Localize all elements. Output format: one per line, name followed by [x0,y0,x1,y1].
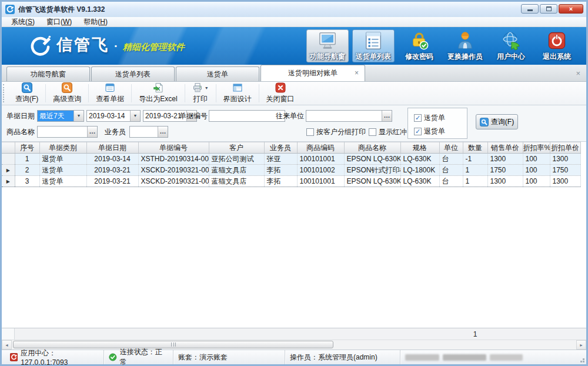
banner-button-globe[interactable]: 用户中心 [490,29,532,62]
tab-4[interactable]: 送货明细对账单× [260,65,365,81]
banner-button-list[interactable]: 送货单列表 [352,29,395,62]
toolbar-button-excel[interactable]: X导出为Excel [132,82,184,105]
cell: 送货单 [39,176,86,187]
toolbar-button-search-orange[interactable]: 高级查询 [46,82,88,105]
checkbox-box[interactable]: ✓ [414,114,422,122]
tab-2[interactable]: 送货单列表 [91,66,175,81]
operator-text: 操作员：系统管理员(admin) [290,352,377,362]
toolbar-button-label: 关闭窗口 [266,94,295,104]
column-header[interactable]: 商品编码 [297,142,344,154]
partner-lookup-button[interactable]: … [382,111,392,121]
scroll-left-button[interactable]: ◄ [2,340,12,350]
bill-no-input[interactable] [209,111,285,121]
product-input[interactable] [38,127,87,137]
chevron-down-icon[interactable]: ▼ [205,86,209,90]
column-header[interactable]: 单位 [439,142,463,154]
group-by-customer-checkbox[interactable]: 按客户分组打印 [306,127,366,137]
close-button[interactable]: × [559,4,583,14]
banner-button-monitor[interactable]: 功能导航窗 [306,29,349,62]
column-header[interactable]: 商品名称 [344,142,400,154]
search-blue-icon [22,82,32,93]
tabstrip-close-icon[interactable]: × [576,69,580,78]
toolbar-button-close-red[interactable]: 关闭窗口 [259,82,302,105]
maximize-button[interactable] [540,4,557,14]
banner-button-operator[interactable]: 更换操作员 [444,29,486,62]
query-button[interactable]: 查询(F) [476,114,518,129]
summary-qty-total: 1 [463,328,487,340]
menu-item-W[interactable]: 窗口(W) [42,17,76,27]
row-selector[interactable]: ▶ [2,176,15,187]
toolbar-button-search-blue[interactable]: 查询(F) [8,82,45,105]
table-row[interactable]: ▶2送货单2019-03-21XSCKD-20190321-0002蓝猫文具店李… [2,165,580,176]
table-row[interactable]: 1退货单2019-03-14XSTHD-20190314-0001亚拓公司测试张… [2,154,580,165]
column-header[interactable]: 单据编号 [138,142,209,154]
row-selector[interactable] [2,154,15,165]
banner-button-label: 更换操作员 [447,52,483,62]
cell: LQ-1800K [400,165,439,176]
date-preset-select[interactable]: 最近7天▼ [37,110,84,122]
delivery-bill-checkbox[interactable]: ✓ 送货单 [414,113,445,122]
checkbox-box[interactable] [369,128,376,136]
tab-label: 送货单 [207,69,228,79]
cell: 3 [15,176,39,187]
menu-item-H[interactable]: 帮助(H) [79,17,112,27]
tab-close-icon[interactable]: × [355,69,359,77]
column-header[interactable]: 规格 [400,142,439,154]
scrollbar-thumb[interactable] [13,341,333,348]
partner-input[interactable] [306,111,382,121]
checkbox-box[interactable] [306,128,314,136]
product-lookup-button[interactable]: … [87,127,97,137]
cell: 100 [523,154,550,165]
checkbox-box[interactable]: ✓ [414,128,422,135]
column-header[interactable]: 折扣率% [523,142,550,154]
toolbar: 查询(F)高级查询查看单据X导出为Excel▼打印界面设计关闭窗口 [2,82,586,105]
toolbar-button-design[interactable]: 界面设计 [216,82,259,105]
cell: EPSON针式打印机 [344,165,400,176]
toolbar-button-view-doc[interactable]: 查看单据 [89,82,131,105]
scroll-right-button[interactable]: ► [576,340,586,350]
salesman-input[interactable] [130,127,158,137]
minimize-button[interactable] [521,4,539,14]
grid-area: 序号单据类别单据日期单据编号客户业务员商品编码商品名称规格单位数量销售单价折扣率… [2,142,586,350]
cell: 亚拓公司测试 [209,154,264,165]
column-header[interactable]: 数量 [463,142,487,154]
redacted-info [400,354,523,361]
banner-button-lock[interactable]: 修改密码 [398,29,440,62]
column-header[interactable]: 客户 [209,142,264,154]
column-header[interactable]: 销售单价 [487,142,523,154]
banner-button-label: 功能导航窗 [310,52,345,62]
cell: 100101001 [297,176,344,187]
toolbar-button-printer[interactable]: ▼打印 [185,82,216,105]
chevron-down-icon[interactable]: ▼ [130,111,140,121]
banner-button-power[interactable]: 退出系统 [536,29,578,62]
cell: 张亚 [264,154,297,165]
column-header[interactable]: 单据类别 [39,142,86,154]
table-row[interactable]: ▶3送货单2019-03-21XSCKD-20190321-0002蓝猫文具店李… [2,176,580,187]
toolbar-grip[interactable] [3,84,7,102]
date-from-select[interactable]: 2019-03-14▼ [86,110,141,122]
chevron-down-icon[interactable]: ▼ [74,111,83,121]
cell: 李拓 [264,176,297,187]
status-operator: 操作员：系统管理员(admin) [285,350,400,364]
column-header[interactable]: 折扣单价 [550,142,580,154]
search-orange-icon [62,82,72,93]
return-bill-checkbox[interactable]: ✓ 退货单 [414,127,445,136]
resize-grip[interactable] [579,357,584,362]
salesman-lookup-button[interactable]: … [158,127,168,137]
cell: 2 [15,165,39,176]
account-text: 账套：演示账套 [178,352,228,362]
toolbar-icon-row [232,82,243,93]
tab-3[interactable]: 送货单 [176,66,259,81]
cell: 100101001 [297,154,344,165]
tab-1[interactable]: 功能导航窗 [6,66,90,81]
show-red-checkbox[interactable]: 显示红冲 [369,127,407,137]
column-header[interactable]: 单据日期 [86,142,138,154]
menu-item-S[interactable]: 系统(S) [6,17,39,27]
toolbar-icon-row: ▼ [192,82,209,93]
status-bar: 应用中心：127.0.0.1:7093 连接状态：正常 账套：演示账套 操作员：… [2,350,586,364]
app-logo-icon [5,5,15,14]
row-selector[interactable]: ▶ [2,165,15,176]
salesman-label: 业务员 [105,126,126,138]
column-header[interactable]: 序号 [15,142,39,154]
column-header[interactable]: 业务员 [264,142,297,154]
